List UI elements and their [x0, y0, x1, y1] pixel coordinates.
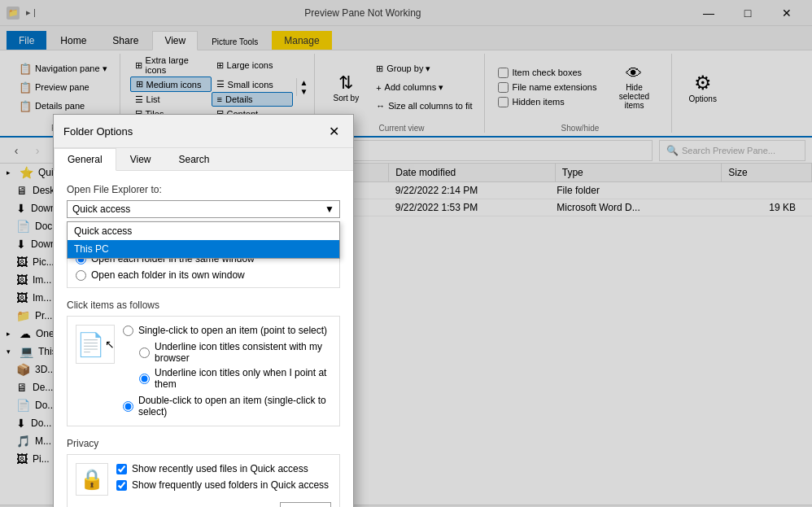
dropdown-item-quick-access[interactable]: Quick access: [68, 222, 339, 240]
dialog-body: Open File Explorer to: Quick access ▼ Qu…: [54, 171, 353, 507]
click-items-box: 📄↖ Single-click to open an item (point t…: [67, 316, 340, 426]
checkbox-recent-files-label: Show recently used files in Quick access: [132, 463, 308, 474]
open-explorer-section: Open File Explorer to: Quick access ▼ Qu…: [67, 184, 340, 218]
dialog-title-bar: Folder Options ✕: [54, 115, 353, 148]
open-explorer-select[interactable]: Quick access ▼: [67, 200, 340, 218]
click-items-section: Click items as follows 📄↖ Single-click t…: [67, 299, 340, 426]
select-value: Quick access: [72, 203, 130, 215]
click-icon: 📄↖: [76, 325, 115, 364]
radio-double-click-label: Double-click to open an item (single-cli…: [138, 395, 331, 417]
open-explorer-label: Open File Explorer to:: [67, 184, 340, 195]
radio-underline-point-label: Underline icon titles only when I point …: [155, 367, 331, 390]
privacy-section: Privacy 🔒 Show recently used files in Qu…: [67, 438, 340, 507]
radio-underline-consistent-label: Underline icon titles consistent with my…: [155, 341, 331, 364]
privacy-icon: 🔒: [76, 463, 108, 496]
radio-own-window[interactable]: Open each folder in its own window: [76, 269, 331, 281]
dialog-close-button[interactable]: ✕: [324, 121, 343, 141]
dialog-tabs: General View Search: [54, 148, 353, 171]
checkbox-frequent-folders[interactable]: Show frequently used folders in Quick ac…: [116, 479, 331, 491]
dropdown-list: Quick access This PC: [67, 221, 340, 259]
click-options: Single-click to open an item (point to s…: [123, 325, 331, 417]
dialog-title-text: Folder Options: [63, 125, 133, 138]
radio-own-window-input[interactable]: [76, 270, 86, 281]
checkbox-recent-files-input[interactable]: [116, 464, 127, 474]
privacy-options: Show recently used files in Quick access…: [116, 463, 331, 507]
privacy-label: Privacy: [67, 438, 340, 449]
privacy-box: 🔒 Show recently used files in Quick acce…: [67, 454, 340, 507]
radio-single-click-label: Single-click to open an item (point to s…: [138, 325, 327, 336]
folder-options-dialog: Folder Options ✕ General View Search Ope…: [53, 114, 354, 507]
radio-single-click-input[interactable]: [123, 326, 133, 336]
checkbox-recent-files[interactable]: Show recently used files in Quick access: [116, 463, 331, 474]
radio-underline-consistent-input[interactable]: [139, 347, 150, 358]
dropdown-item-this-pc[interactable]: This PC: [68, 240, 339, 258]
radio-double-click[interactable]: Double-click to open an item (single-cli…: [123, 395, 331, 417]
tab-general[interactable]: General: [54, 148, 116, 171]
checkbox-frequent-folders-input[interactable]: [116, 480, 127, 491]
select-wrapper: Quick access ▼ Quick access This PC: [67, 200, 340, 218]
clear-button[interactable]: Clear: [280, 502, 331, 507]
radio-own-window-label: Open each folder in its own window: [91, 269, 245, 281]
tab-search[interactable]: Search: [165, 148, 224, 170]
radio-double-click-input[interactable]: [123, 401, 133, 412]
sub-radio-options: Underline icon titles consistent with my…: [139, 341, 331, 390]
dropdown-arrow-icon: ▼: [325, 203, 334, 215]
radio-underline-consistent[interactable]: Underline icon titles consistent with my…: [139, 341, 331, 364]
tab-view[interactable]: View: [116, 148, 165, 170]
clear-row: Clear File Explorer history Clear: [116, 502, 331, 507]
radio-single-click[interactable]: Single-click to open an item (point to s…: [123, 325, 331, 336]
dialog-overlay: Folder Options ✕ General View Search Ope…: [0, 0, 812, 507]
checkbox-frequent-folders-label: Show frequently used folders in Quick ac…: [132, 479, 329, 491]
radio-underline-point[interactable]: Underline icon titles only when I point …: [139, 367, 331, 390]
click-items-label: Click items as follows: [67, 299, 340, 311]
radio-underline-point-input[interactable]: [139, 374, 150, 384]
